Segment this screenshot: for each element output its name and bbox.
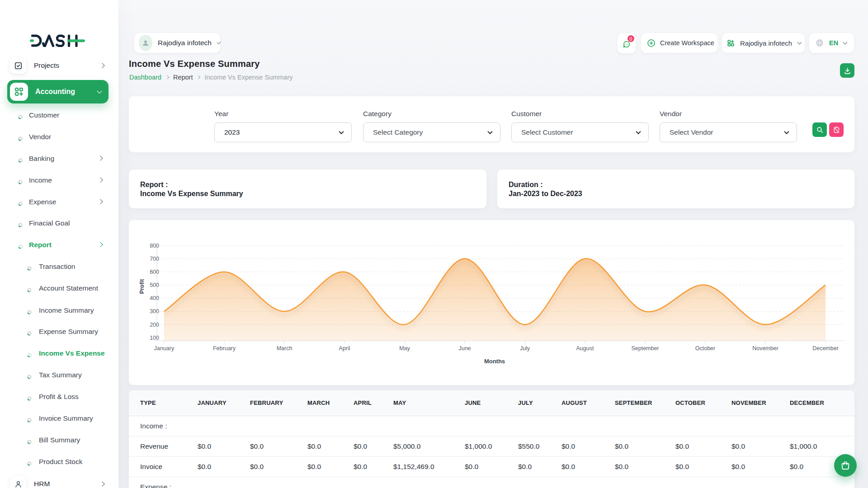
svg-text:800: 800 — [150, 243, 159, 249]
svg-text:July: July — [520, 345, 530, 352]
svg-text:200: 200 — [150, 322, 159, 328]
svg-text:December: December — [812, 345, 839, 352]
svg-text:March: March — [277, 345, 292, 352]
svg-text:October: October — [695, 345, 715, 352]
svg-text:Months: Months — [484, 358, 505, 365]
svg-text:600: 600 — [150, 269, 159, 275]
svg-text:June: June — [458, 345, 471, 352]
svg-text:May: May — [399, 345, 410, 352]
svg-text:700: 700 — [150, 256, 159, 262]
svg-text:August: August — [576, 345, 594, 352]
svg-text:January: January — [154, 345, 175, 352]
svg-text:Profit: Profit — [139, 279, 145, 294]
svg-text:500: 500 — [150, 282, 159, 288]
svg-text:February: February — [213, 345, 236, 352]
svg-text:September: September — [631, 345, 659, 352]
svg-text:100: 100 — [150, 335, 159, 341]
svg-text:400: 400 — [150, 295, 159, 301]
svg-text:300: 300 — [150, 308, 159, 314]
svg-text:November: November — [752, 345, 778, 352]
svg-text:April: April — [339, 345, 350, 352]
